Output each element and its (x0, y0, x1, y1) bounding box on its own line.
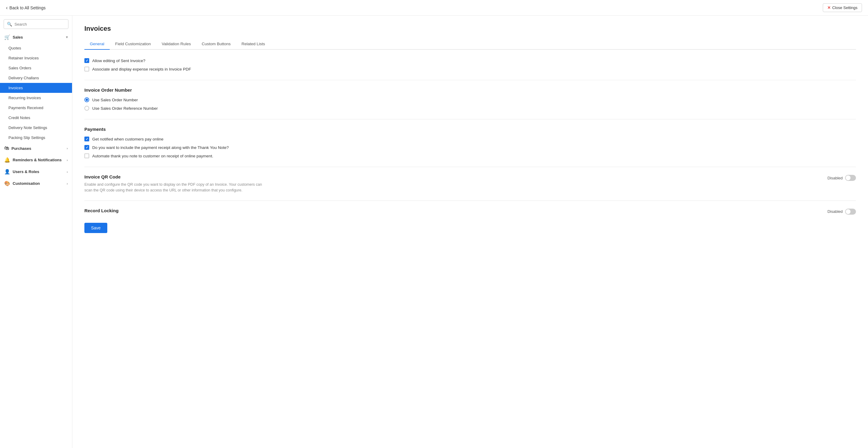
allow-editing-checkbox[interactable] (84, 58, 89, 63)
close-x-icon: ✕ (827, 5, 831, 10)
users-icon: 👤 (4, 169, 10, 175)
sales-sub-items: Quotes Retainer Invoices Sales Orders De… (0, 43, 72, 143)
use-sales-order-ref-label: Use Sales Order Reference Number (92, 106, 158, 111)
reminders-chevron-icon: › (67, 158, 68, 162)
invoice-qr-code-title: Invoice QR Code (84, 174, 821, 179)
invoice-order-number-title: Invoice Order Number (84, 87, 856, 93)
purchases-chevron-icon: › (67, 147, 68, 150)
sidebar-reminders-label: Reminders & Notifications (13, 158, 62, 162)
invoice-qr-code-row: Invoice QR Code Enable and configure the… (84, 174, 856, 193)
sidebar-item-delivery-challans[interactable]: Delivery Challans (0, 73, 72, 83)
invoice-qr-code-description: Enable and configure the QR code you wan… (84, 182, 265, 193)
sidebar-nav: 🛒 Sales ▾ Quotes Retainer Invoices Sales… (0, 31, 72, 448)
divider-2 (84, 119, 856, 119)
search-input[interactable] (14, 22, 65, 27)
customisation-chevron-icon: › (67, 182, 68, 185)
sidebar-item-invoices[interactable]: Invoices (0, 83, 72, 93)
sidebar-users-label: Users & Roles (13, 170, 39, 174)
search-container: 🔍 (0, 16, 72, 31)
automate-thank-you-checkbox[interactable] (84, 153, 89, 158)
sidebar-item-payments-received[interactable]: Payments Received (0, 103, 72, 113)
sidebar-item-quotes[interactable]: Quotes (0, 43, 72, 53)
page-title: Invoices (84, 25, 856, 33)
customisation-icon: 🎨 (4, 181, 10, 186)
back-label: Back to All Settings (9, 5, 45, 10)
tab-custom-buttons[interactable]: Custom Buttons (196, 38, 236, 50)
sidebar-item-sales-orders[interactable]: Sales Orders (0, 63, 72, 73)
sidebar-purchases-label: Purchases (11, 146, 31, 151)
content-area: Invoices General Field Customization Val… (72, 16, 868, 448)
use-sales-order-ref-radio[interactable] (84, 106, 89, 111)
tab-field-customization[interactable]: Field Customization (110, 38, 156, 50)
back-arrow-icon: ‹ (6, 5, 7, 10)
automate-thank-you-label: Automate thank you note to customer on r… (92, 154, 213, 158)
get-notified-label: Get notified when customers pay online (92, 137, 163, 141)
save-section: Save (84, 223, 856, 233)
payments-title: Payments (84, 127, 856, 132)
sidebar-section-purchases[interactable]: 🛍 Purchases › (0, 143, 72, 154)
sidebar-item-packing-slip-settings[interactable]: Packing Slip Settings (0, 133, 72, 143)
record-locking-toggle-right: Disabled (827, 208, 856, 215)
allow-editing-label: Allow editing of Sent Invoice? (92, 59, 145, 63)
payments-section: Payments Get notified when customers pay… (84, 127, 856, 158)
automate-thank-you-row: Automate thank you note to customer on r… (84, 153, 856, 158)
sidebar: 🔍 🛒 Sales ▾ Quotes Retainer Invoices Sal (0, 16, 72, 448)
close-settings-button[interactable]: ✕ Close Settings (823, 3, 862, 12)
get-notified-row: Get notified when customers pay online (84, 137, 856, 141)
record-locking-toggle[interactable] (845, 209, 856, 215)
tab-related-lists[interactable]: Related Lists (236, 38, 270, 50)
users-chevron-icon: › (67, 170, 68, 174)
sidebar-section-customisation[interactable]: 🎨 Customisation › (0, 178, 72, 189)
reminders-icon: 🔔 (4, 157, 10, 163)
sidebar-section-sales[interactable]: 🛒 Sales ▾ (0, 31, 72, 43)
get-notified-checkbox[interactable] (84, 137, 89, 141)
record-locking-row: Record Locking Disabled (84, 208, 856, 215)
sidebar-sales-label: Sales (13, 35, 23, 39)
associate-expense-row: Associate and display expense receipts i… (84, 67, 856, 71)
invoice-qr-code-toggle-right: Disabled (827, 174, 856, 181)
associate-expense-label: Associate and display expense receipts i… (92, 67, 191, 71)
use-sales-order-label: Use Sales Order Number (92, 98, 138, 102)
sales-chevron-icon: ▾ (66, 35, 68, 39)
include-receipt-row: Do you want to include the payment recei… (84, 145, 856, 150)
sidebar-section-reminders[interactable]: 🔔 Reminders & Notifications › (0, 154, 72, 166)
top-bar: ‹ Back to All Settings ✕ Close Settings (0, 0, 868, 16)
tabs-bar: General Field Customization Validation R… (84, 38, 856, 50)
divider-1 (84, 80, 856, 80)
back-to-settings-link[interactable]: ‹ Back to All Settings (6, 5, 45, 10)
invoice-order-number-section: Invoice Order Number Use Sales Order Num… (84, 87, 856, 111)
use-sales-order-radio[interactable] (84, 97, 89, 102)
search-icon: 🔍 (7, 22, 12, 27)
record-locking-toggle-label: Disabled (827, 209, 843, 214)
save-button[interactable]: Save (84, 223, 107, 233)
divider-4 (84, 201, 856, 201)
general-checkboxes-section: Allow editing of Sent Invoice? Associate… (84, 58, 856, 71)
sidebar-customisation-label: Customisation (13, 181, 40, 186)
associate-expense-checkbox[interactable] (84, 67, 89, 71)
close-settings-label: Close Settings (832, 5, 858, 10)
search-box[interactable]: 🔍 (4, 19, 68, 29)
include-receipt-checkbox[interactable] (84, 145, 89, 150)
sidebar-item-credit-notes[interactable]: Credit Notes (0, 113, 72, 123)
sidebar-item-delivery-note-settings[interactable]: Delivery Note Settings (0, 123, 72, 133)
tab-validation-rules[interactable]: Validation Rules (156, 38, 196, 50)
sidebar-item-recurring-invoices[interactable]: Recurring Invoices (0, 93, 72, 103)
sales-icon: 🛒 (4, 34, 10, 40)
record-locking-title: Record Locking (84, 208, 821, 213)
allow-editing-row: Allow editing of Sent Invoice? (84, 58, 856, 63)
include-receipt-label: Do you want to include the payment recei… (92, 145, 229, 150)
sidebar-section-users-roles[interactable]: 👤 Users & Roles › (0, 166, 72, 178)
use-sales-order-ref-row: Use Sales Order Reference Number (84, 106, 856, 111)
invoice-qr-code-toggle[interactable] (845, 175, 856, 181)
invoice-qr-code-toggle-label: Disabled (827, 176, 843, 180)
purchases-icon: 🛍 (4, 146, 9, 151)
record-locking-left: Record Locking (84, 208, 821, 215)
tab-general[interactable]: General (84, 38, 110, 50)
sidebar-item-retainer-invoices[interactable]: Retainer Invoices (0, 53, 72, 63)
use-sales-order-row: Use Sales Order Number (84, 97, 856, 102)
invoice-qr-code-left: Invoice QR Code Enable and configure the… (84, 174, 821, 193)
